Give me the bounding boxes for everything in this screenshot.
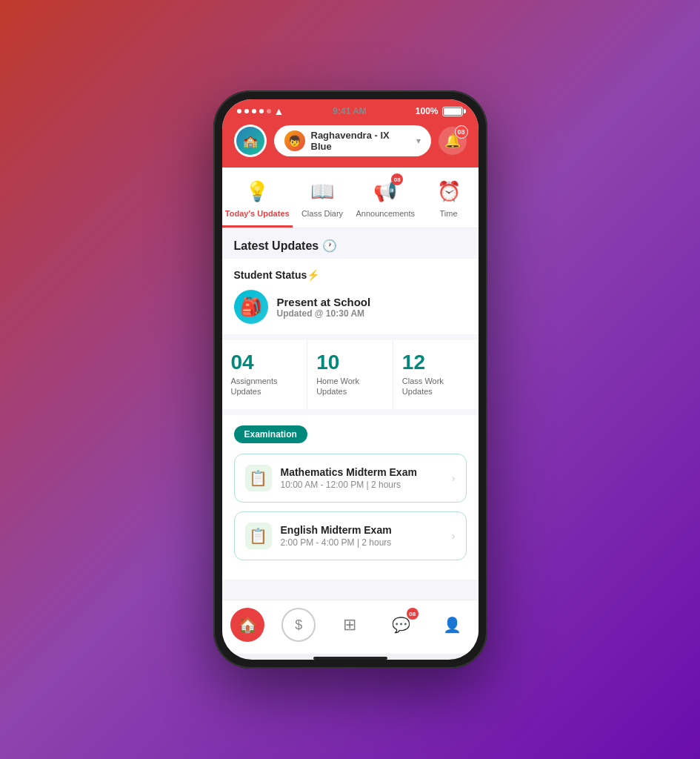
student-status-icon: 🎒 bbox=[234, 290, 268, 324]
payments-icon: $ bbox=[281, 608, 316, 642]
bottom-nav-messages[interactable]: 💬 08 bbox=[383, 608, 420, 642]
chevron-down-icon: ▾ bbox=[416, 136, 421, 146]
status-updated-time: Updated @ 10:30 AM bbox=[277, 308, 371, 319]
announcements-badge: 08 bbox=[391, 173, 403, 185]
phone-screen: ▲ 9:41 AM 100% 🏫 👦 Raghavendra - IX Blue… bbox=[222, 99, 479, 660]
status-name: Present at School bbox=[277, 296, 371, 308]
tab-announcements-label: Announcements bbox=[356, 209, 416, 218]
assignments-label: Assignments Updates bbox=[231, 376, 299, 397]
user-name: Raghavendra - IX Blue bbox=[311, 130, 410, 152]
stat-classwork[interactable]: 12 Class Work Updates bbox=[393, 340, 479, 409]
phone-frame: ▲ 9:41 AM 100% 🏫 👦 Raghavendra - IX Blue… bbox=[213, 90, 487, 669]
bottom-nav-home[interactable]: 🏠 bbox=[229, 608, 266, 642]
header: 🏫 👦 Raghavendra - IX Blue ▾ 🔔 08 bbox=[222, 120, 479, 168]
student-status-card: Student Status⚡ 🎒 Present at School Upda… bbox=[222, 259, 479, 334]
exam-math-time: 10:00 AM - 12:00 PM | 2 hours bbox=[281, 480, 443, 490]
exam-english-info: English Midterm Exam 2:00 PM - 4:00 PM |… bbox=[281, 524, 443, 548]
user-selector[interactable]: 👦 Raghavendra - IX Blue ▾ bbox=[274, 125, 431, 156]
class-diary-icon: 📖 bbox=[307, 176, 337, 206]
wifi-icon: ▲ bbox=[274, 105, 284, 117]
stats-grid: 04 Assignments Updates 10 Home Work Upda… bbox=[222, 340, 479, 409]
notification-button[interactable]: 🔔 08 bbox=[439, 127, 467, 155]
examination-section: Examination 📋 Mathematics Midterm Exam 1… bbox=[222, 415, 479, 580]
exam-english-time: 2:00 PM - 4:00 PM | 2 hours bbox=[281, 537, 443, 548]
avatar: 👦 bbox=[284, 130, 305, 151]
today-updates-icon: 💡 bbox=[242, 176, 272, 206]
nav-tabs: 💡 Today's Updates 📖 Class Diary 📢 08 Ann… bbox=[222, 168, 479, 228]
stat-homework[interactable]: 10 Home Work Updates bbox=[307, 340, 393, 409]
battery-icon bbox=[442, 107, 463, 116]
classwork-label: Class Work Updates bbox=[402, 376, 470, 397]
examination-badge: Examination bbox=[234, 425, 307, 443]
messages-badge: 08 bbox=[407, 608, 419, 620]
student-status-row: 🎒 Present at School Updated @ 10:30 AM bbox=[234, 290, 467, 324]
tab-today-updates[interactable]: 💡 Today's Updates bbox=[222, 173, 293, 228]
bottom-nav-profile[interactable]: 👤 bbox=[434, 608, 471, 642]
exam-math-info: Mathematics Midterm Exam 10:00 AM - 12:0… bbox=[281, 466, 443, 490]
school-logo: 🏫 bbox=[234, 125, 267, 157]
bottom-nav-apps[interactable]: ⊞ bbox=[331, 608, 368, 642]
homework-label: Home Work Updates bbox=[316, 376, 384, 397]
exam-math-name: Mathematics Midterm Exam bbox=[281, 466, 443, 478]
tab-timetable-label: Time bbox=[439, 209, 457, 218]
signal-dots: ▲ bbox=[237, 105, 284, 117]
home-icon: 🏠 bbox=[230, 608, 264, 642]
latest-updates-header: Latest Updates 🕐 bbox=[222, 228, 479, 259]
classwork-count: 12 bbox=[402, 352, 470, 373]
announcements-icon: 📢 08 bbox=[370, 176, 400, 206]
exam-english-icon: 📋 bbox=[245, 523, 272, 549]
exam-english-arrow-icon: › bbox=[452, 530, 456, 542]
tab-announcements[interactable]: 📢 08 Announcements bbox=[352, 173, 419, 228]
tab-class-diary[interactable]: 📖 Class Diary bbox=[293, 173, 352, 228]
tab-diary-label: Class Diary bbox=[301, 209, 343, 218]
stat-assignments[interactable]: 04 Assignments Updates bbox=[222, 340, 308, 409]
timetable-icon: ⏰ bbox=[434, 176, 464, 206]
assignments-count: 04 bbox=[231, 352, 299, 373]
profile-icon: 👤 bbox=[436, 608, 470, 642]
tab-today-label: Today's Updates bbox=[225, 209, 290, 218]
tab-timetable[interactable]: ⏰ Time bbox=[419, 173, 479, 228]
exam-math-icon: 📋 bbox=[245, 465, 272, 491]
status-bar: ▲ 9:41 AM 100% bbox=[222, 99, 479, 120]
notification-badge: 08 bbox=[455, 125, 468, 139]
status-time: 9:41 AM bbox=[333, 106, 367, 116]
student-status-info: Present at School Updated @ 10:30 AM bbox=[277, 296, 371, 319]
apps-icon: ⊞ bbox=[333, 608, 367, 642]
student-status-section-title: Student Status⚡ bbox=[234, 269, 467, 281]
exam-math-arrow-icon: › bbox=[452, 472, 456, 484]
battery-percent: 100% bbox=[416, 106, 439, 116]
bottom-nav-payments[interactable]: $ bbox=[280, 608, 317, 642]
exam-card-english[interactable]: 📋 English Midterm Exam 2:00 PM - 4:00 PM… bbox=[234, 511, 467, 560]
exam-card-math[interactable]: 📋 Mathematics Midterm Exam 10:00 AM - 12… bbox=[234, 454, 467, 503]
latest-updates-title: Latest Updates 🕐 bbox=[234, 239, 337, 252]
exam-english-name: English Midterm Exam bbox=[281, 524, 443, 536]
status-right: 100% bbox=[416, 106, 464, 116]
homework-count: 10 bbox=[316, 352, 384, 373]
home-indicator bbox=[313, 657, 387, 660]
main-content: Latest Updates 🕐 Student Status⚡ 🎒 Prese… bbox=[222, 228, 479, 600]
bottom-nav: 🏠 $ ⊞ 💬 08 👤 bbox=[222, 600, 479, 654]
